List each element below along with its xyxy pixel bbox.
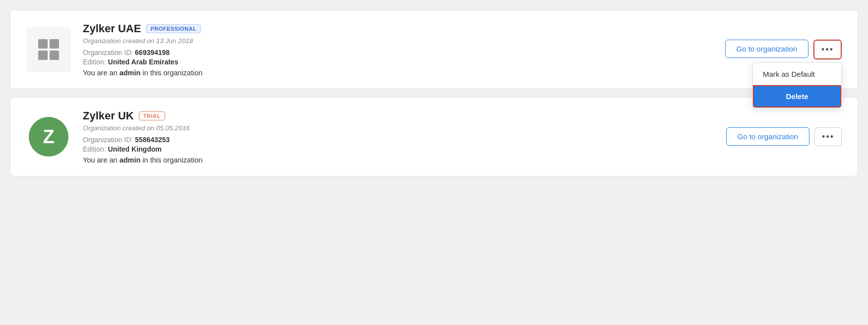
org-created-uk: Organization created on 05.05.2016 [83,124,714,132]
org-role-uae: You are an admin in this organization [83,69,713,77]
org-card-uk: Z Zylker UK TRIAL Organization created o… [10,97,858,176]
org-card-uae: Zylker UAE PROFESSIONAL Organization cre… [10,10,858,89]
badge-professional: PROFESSIONAL [146,24,201,33]
org-created-uae: Organization created on 13 Jun 2018 [83,37,713,45]
org-edition-uae: Edition: United Arab Emirates [83,58,713,66]
org-actions-uae: Go to organization ••• Mark as Default D… [725,40,842,59]
org-id-uae: Organization ID: 669394198 [83,49,713,56]
dropdown-menu-uae: Mark as Default Delete [752,62,842,108]
org-icon-uk: Z [26,114,71,159]
org-edition-uk: Edition: United Kingdom [83,145,714,153]
org-actions-uk: Go to organization ••• [726,127,842,146]
org-icon-uae [26,27,71,72]
org-info-uk: Zylker UK TRIAL Organization created on … [83,109,714,164]
org-role-uk: You are an admin in this organization [83,156,714,164]
org-info-uae: Zylker UAE PROFESSIONAL Organization cre… [83,22,713,77]
org-title-row-uae: Zylker UAE PROFESSIONAL [83,22,713,35]
org-name-uae: Zylker UAE [83,22,141,35]
go-to-org-button-uae[interactable]: Go to organization [725,40,809,58]
delete-button[interactable]: Delete [753,85,841,108]
org-title-row-uk: Zylker UK TRIAL [83,109,714,122]
avatar-uk: Z [29,117,68,157]
org-id-uk: Organization ID: 558643253 [83,136,714,144]
go-to-org-button-uk[interactable]: Go to organization [726,127,810,146]
org-name-uk: Zylker UK [83,109,134,122]
badge-trial: TRIAL [139,111,165,120]
mark-as-default-item[interactable]: Mark as Default [753,63,841,85]
more-options-button-uae[interactable]: ••• [813,40,842,59]
more-options-button-uk[interactable]: ••• [814,127,842,146]
grid-icon [38,39,59,60]
